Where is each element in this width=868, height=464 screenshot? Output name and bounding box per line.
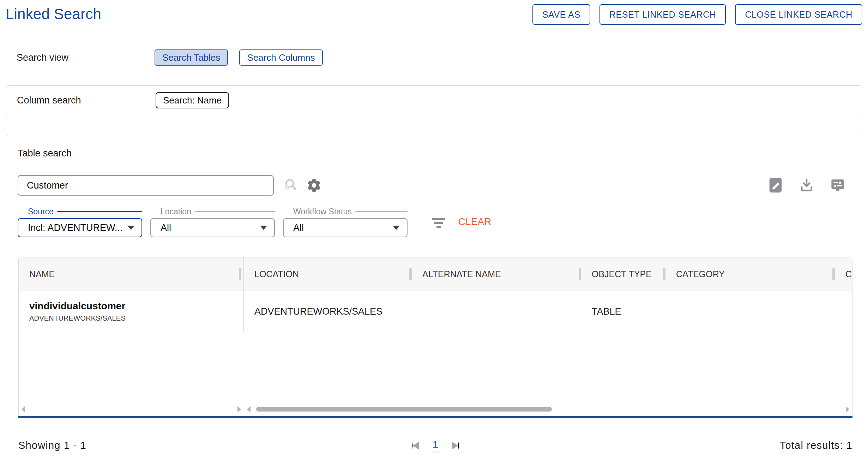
showing-range-label: Showing 1 - 1	[18, 440, 412, 451]
next-page-icon[interactable]	[452, 442, 459, 450]
column-header-alternate-name[interactable]: ALTERNATE NAME	[412, 257, 581, 291]
location-filter-label: Location	[161, 207, 191, 216]
row-table-path: ADVENTUREWORKS/SALES	[29, 314, 243, 322]
pagination: 1	[412, 439, 459, 452]
location-filter-underline	[195, 211, 275, 212]
search-view-label: Search view	[17, 52, 155, 63]
source-filter-label: Source	[28, 207, 54, 216]
grid-bottom-accent-line	[18, 416, 852, 418]
column-header-category[interactable]: CATEGORY	[665, 257, 835, 291]
column-header-name[interactable]: NAME	[19, 257, 244, 291]
linked-search-page: Linked Search SAVE AS RESET LINKED SEARC…	[0, 0, 868, 464]
header-actions: SAVE AS RESET LINKED SEARCH CLOSE LINKED…	[532, 4, 862, 25]
clear-filters-button[interactable]: CLEAR	[456, 216, 494, 228]
column-header-location[interactable]: LOCATION	[244, 257, 412, 291]
frozen-column-scrollbar[interactable]	[19, 402, 244, 416]
total-results-label: Total results: 1	[459, 440, 852, 451]
grid-empty-area	[19, 332, 852, 402]
close-linked-search-button[interactable]: CLOSE LINKED SEARCH	[735, 4, 862, 25]
previous-page-icon[interactable]	[412, 442, 419, 450]
location-filter-select[interactable]: All	[150, 218, 275, 237]
workflow-status-filter-underline	[355, 211, 408, 212]
location-filter: Location All	[150, 208, 275, 237]
top-bar: Linked Search SAVE AS RESET LINKED SEARC…	[6, 0, 862, 25]
results-footer: Showing 1 - 1 1 Total results: 1	[18, 439, 852, 452]
cell-name[interactable]: vindividualcustomer ADVENTUREWORKS/SALES	[19, 291, 244, 332]
cell-alternate-name	[412, 291, 581, 332]
column-resize-handle[interactable]	[239, 268, 241, 280]
column-resize-handle[interactable]	[663, 268, 665, 280]
main-horizontal-scrollbar[interactable]	[244, 402, 852, 416]
grid-scrollbars	[19, 402, 852, 416]
search-tables-button[interactable]: Search Tables	[155, 49, 228, 66]
page-number-link[interactable]: 1	[432, 439, 440, 452]
filters-row: Source Incl: ADVENTUREW... Location All	[18, 208, 851, 237]
column-header-clipped[interactable]: C	[835, 257, 852, 291]
source-filter: Source Incl: ADVENTUREW...	[18, 208, 142, 237]
workflow-status-filter: Workflow Status All	[283, 208, 408, 237]
table-search-panel: Table search	[6, 135, 862, 464]
table-search-row	[18, 175, 851, 196]
download-icon[interactable]	[798, 177, 815, 194]
page-title: Linked Search	[6, 4, 101, 25]
column-search-label: Column search	[17, 95, 156, 106]
table-toolbar-icons	[767, 177, 851, 194]
workflow-status-filter-select[interactable]: All	[283, 218, 408, 237]
row-table-name: vindividualcustomer	[29, 301, 243, 312]
save-as-button[interactable]: SAVE AS	[532, 4, 590, 25]
results-grid: NAME LOCATION ALTERNATE NAME OBJECT TYPE…	[18, 257, 852, 416]
table-search-input[interactable]	[18, 175, 274, 196]
column-resize-handle[interactable]	[579, 268, 581, 280]
cell-category	[665, 291, 835, 332]
chevron-down-icon	[393, 226, 400, 230]
reset-linked-search-button[interactable]: RESET LINKED SEARCH	[599, 4, 726, 25]
column-resize-handle[interactable]	[832, 268, 835, 280]
table-row[interactable]: vindividualcustomer ADVENTUREWORKS/SALES…	[19, 291, 852, 332]
edit-note-icon[interactable]	[767, 177, 784, 194]
column-resize-handle[interactable]	[409, 268, 412, 280]
column-header-object-type[interactable]: OBJECT TYPE	[581, 257, 665, 291]
source-filter-value: Incl: ADVENTUREW...	[28, 222, 123, 233]
gear-icon[interactable]	[306, 178, 322, 193]
cell-location: ADVENTUREWORKS/SALES	[244, 291, 412, 332]
source-filter-select[interactable]: Incl: ADVENTUREW...	[18, 218, 142, 237]
workflow-status-filter-value: All	[293, 222, 304, 233]
chevron-down-icon	[127, 226, 134, 230]
scroll-left-arrow-icon[interactable]	[22, 406, 25, 412]
display-settings-icon[interactable]	[830, 177, 846, 194]
search-view-row: Search view Search Tables Search Columns	[6, 49, 862, 66]
search-off-icon[interactable]	[282, 177, 299, 194]
location-filter-value: All	[161, 222, 171, 233]
scroll-left-arrow-icon[interactable]	[247, 406, 251, 412]
search-columns-button[interactable]: Search Columns	[239, 49, 323, 66]
cell-object-type: TABLE	[581, 291, 665, 332]
source-filter-underline	[57, 211, 142, 212]
scroll-right-arrow-icon[interactable]	[237, 406, 241, 412]
column-search-panel: Column search Search: Name	[6, 85, 862, 115]
filter-list-icon[interactable]	[432, 218, 446, 228]
workflow-status-filter-label: Workflow Status	[293, 207, 352, 216]
grid-header-row: NAME LOCATION ALTERNATE NAME OBJECT TYPE…	[19, 257, 852, 291]
table-search-label: Table search	[18, 148, 851, 159]
column-search-chip[interactable]: Search: Name	[156, 92, 229, 108]
chevron-down-icon	[260, 226, 267, 230]
scroll-right-arrow-icon[interactable]	[846, 406, 849, 412]
scrollbar-thumb[interactable]	[256, 407, 552, 412]
